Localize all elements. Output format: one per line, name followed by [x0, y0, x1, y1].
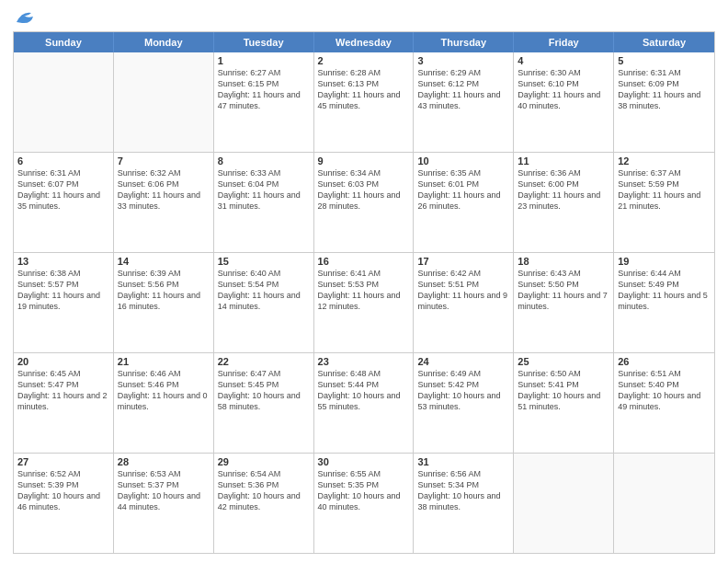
calendar-cell: 19Sunrise: 6:44 AM Sunset: 5:49 PM Dayli…	[614, 253, 714, 352]
day-number: 22	[218, 356, 310, 367]
calendar-cell: 27Sunrise: 6:52 AM Sunset: 5:39 PM Dayli…	[14, 454, 114, 553]
cell-info: Sunrise: 6:33 AM Sunset: 6:04 PM Dayligh…	[218, 167, 310, 213]
day-number: 3	[417, 55, 509, 66]
cell-info: Sunrise: 6:55 AM Sunset: 5:35 PM Dayligh…	[318, 468, 410, 513]
calendar-cell: 1Sunrise: 6:27 AM Sunset: 6:15 PM Daylig…	[214, 52, 314, 152]
day-number: 11	[518, 155, 609, 167]
day-number: 19	[618, 256, 711, 267]
day-number: 9	[318, 155, 410, 167]
calendar-cell: 7Sunrise: 6:32 AM Sunset: 6:06 PM Daylig…	[114, 153, 214, 252]
day-number: 26	[618, 356, 711, 367]
day-number: 13	[17, 256, 109, 267]
cell-info: Sunrise: 6:56 AM Sunset: 5:34 PM Dayligh…	[417, 468, 509, 513]
day-number: 17	[417, 256, 509, 267]
cell-info: Sunrise: 6:42 AM Sunset: 5:51 PM Dayligh…	[417, 268, 509, 313]
cell-info: Sunrise: 6:48 AM Sunset: 5:44 PM Dayligh…	[318, 368, 410, 413]
day-header-saturday: Saturday	[614, 32, 714, 52]
calendar: SundayMondayTuesdayWednesdayThursdayFrid…	[13, 31, 715, 554]
calendar-cell	[614, 454, 714, 553]
day-number: 12	[618, 155, 711, 167]
day-number: 20	[17, 356, 109, 367]
day-header-tuesday: Tuesday	[214, 32, 314, 52]
cell-info: Sunrise: 6:36 AM Sunset: 6:00 PM Dayligh…	[518, 167, 609, 213]
logo	[13, 9, 35, 26]
cell-info: Sunrise: 6:45 AM Sunset: 5:47 PM Dayligh…	[17, 368, 109, 413]
calendar-cell: 12Sunrise: 6:37 AM Sunset: 5:59 PM Dayli…	[614, 153, 714, 252]
calendar-cell	[514, 454, 614, 553]
day-number: 1	[218, 55, 310, 66]
calendar-cell: 22Sunrise: 6:47 AM Sunset: 5:45 PM Dayli…	[214, 353, 314, 453]
day-number: 7	[118, 155, 210, 167]
calendar-row-3: 20Sunrise: 6:45 AM Sunset: 5:47 PM Dayli…	[14, 352, 714, 453]
calendar-cell: 18Sunrise: 6:43 AM Sunset: 5:50 PM Dayli…	[514, 253, 614, 352]
day-number: 25	[518, 356, 609, 367]
cell-info: Sunrise: 6:31 AM Sunset: 6:07 PM Dayligh…	[17, 167, 109, 213]
calendar-cell: 25Sunrise: 6:50 AM Sunset: 5:41 PM Dayli…	[514, 353, 614, 453]
cell-info: Sunrise: 6:54 AM Sunset: 5:36 PM Dayligh…	[218, 468, 310, 513]
cell-info: Sunrise: 6:34 AM Sunset: 6:03 PM Dayligh…	[318, 167, 410, 213]
cell-info: Sunrise: 6:32 AM Sunset: 6:06 PM Dayligh…	[118, 167, 210, 213]
day-header-wednesday: Wednesday	[314, 32, 415, 52]
calendar-cell: 23Sunrise: 6:48 AM Sunset: 5:44 PM Dayli…	[314, 353, 415, 453]
day-number: 16	[318, 256, 410, 267]
cell-info: Sunrise: 6:29 AM Sunset: 6:12 PM Dayligh…	[417, 67, 509, 112]
day-number: 27	[17, 456, 109, 467]
day-number: 2	[318, 55, 410, 66]
day-number: 31	[417, 456, 509, 467]
calendar-cell: 3Sunrise: 6:29 AM Sunset: 6:12 PM Daylig…	[414, 52, 514, 152]
cell-info: Sunrise: 6:35 AM Sunset: 6:01 PM Dayligh…	[417, 167, 509, 213]
calendar-cell: 14Sunrise: 6:39 AM Sunset: 5:56 PM Dayli…	[114, 253, 214, 352]
cell-info: Sunrise: 6:40 AM Sunset: 5:54 PM Dayligh…	[218, 268, 310, 313]
cell-info: Sunrise: 6:44 AM Sunset: 5:49 PM Dayligh…	[618, 268, 711, 313]
page: SundayMondayTuesdayWednesdayThursdayFrid…	[0, 0, 728, 563]
day-number: 8	[218, 155, 310, 167]
day-number: 23	[318, 356, 410, 367]
day-number: 6	[17, 155, 109, 167]
calendar-cell: 15Sunrise: 6:40 AM Sunset: 5:54 PM Dayli…	[214, 253, 314, 352]
calendar-cell: 21Sunrise: 6:46 AM Sunset: 5:46 PM Dayli…	[114, 353, 214, 453]
day-number: 5	[618, 55, 711, 66]
cell-info: Sunrise: 6:31 AM Sunset: 6:09 PM Dayligh…	[618, 67, 711, 112]
day-number: 29	[218, 456, 310, 467]
calendar-cell: 29Sunrise: 6:54 AM Sunset: 5:36 PM Dayli…	[214, 454, 314, 553]
calendar-cell: 31Sunrise: 6:56 AM Sunset: 5:34 PM Dayli…	[414, 454, 514, 553]
calendar-cell: 20Sunrise: 6:45 AM Sunset: 5:47 PM Dayli…	[14, 353, 114, 453]
calendar-cell: 28Sunrise: 6:53 AM Sunset: 5:37 PM Dayli…	[114, 454, 214, 553]
cell-info: Sunrise: 6:51 AM Sunset: 5:40 PM Dayligh…	[618, 368, 711, 413]
day-header-thursday: Thursday	[414, 32, 514, 52]
calendar-cell: 17Sunrise: 6:42 AM Sunset: 5:51 PM Dayli…	[414, 253, 514, 352]
calendar-cell: 26Sunrise: 6:51 AM Sunset: 5:40 PM Dayli…	[614, 353, 714, 453]
calendar-cell: 10Sunrise: 6:35 AM Sunset: 6:01 PM Dayli…	[414, 153, 514, 252]
calendar-row-4: 27Sunrise: 6:52 AM Sunset: 5:39 PM Dayli…	[14, 453, 714, 553]
cell-info: Sunrise: 6:38 AM Sunset: 5:57 PM Dayligh…	[17, 268, 109, 313]
calendar-cell: 6Sunrise: 6:31 AM Sunset: 6:07 PM Daylig…	[14, 153, 114, 252]
calendar-cell: 5Sunrise: 6:31 AM Sunset: 6:09 PM Daylig…	[614, 52, 714, 152]
calendar-row-0: 1Sunrise: 6:27 AM Sunset: 6:15 PM Daylig…	[14, 52, 714, 152]
logo-bird-icon	[15, 9, 35, 26]
calendar-cell: 9Sunrise: 6:34 AM Sunset: 6:03 PM Daylig…	[314, 153, 415, 252]
day-header-sunday: Sunday	[14, 32, 114, 52]
cell-info: Sunrise: 6:53 AM Sunset: 5:37 PM Dayligh…	[118, 468, 210, 513]
calendar-cell: 4Sunrise: 6:30 AM Sunset: 6:10 PM Daylig…	[514, 52, 614, 152]
calendar-cell: 8Sunrise: 6:33 AM Sunset: 6:04 PM Daylig…	[214, 153, 314, 252]
day-number: 4	[518, 55, 609, 66]
cell-info: Sunrise: 6:47 AM Sunset: 5:45 PM Dayligh…	[218, 368, 310, 413]
day-number: 30	[318, 456, 410, 467]
cell-info: Sunrise: 6:50 AM Sunset: 5:41 PM Dayligh…	[518, 368, 609, 413]
cell-info: Sunrise: 6:41 AM Sunset: 5:53 PM Dayligh…	[318, 268, 410, 313]
day-number: 28	[118, 456, 210, 467]
cell-info: Sunrise: 6:28 AM Sunset: 6:13 PM Dayligh…	[318, 67, 410, 112]
cell-info: Sunrise: 6:39 AM Sunset: 5:56 PM Dayligh…	[118, 268, 210, 313]
day-header-friday: Friday	[514, 32, 614, 52]
calendar-cell: 16Sunrise: 6:41 AM Sunset: 5:53 PM Dayli…	[314, 253, 415, 352]
calendar-cell: 24Sunrise: 6:49 AM Sunset: 5:42 PM Dayli…	[414, 353, 514, 453]
day-number: 24	[417, 356, 509, 367]
header	[13, 9, 715, 26]
calendar-body: 1Sunrise: 6:27 AM Sunset: 6:15 PM Daylig…	[14, 52, 714, 553]
cell-info: Sunrise: 6:52 AM Sunset: 5:39 PM Dayligh…	[17, 468, 109, 513]
day-number: 14	[118, 256, 210, 267]
cell-info: Sunrise: 6:46 AM Sunset: 5:46 PM Dayligh…	[118, 368, 210, 413]
calendar-row-2: 13Sunrise: 6:38 AM Sunset: 5:57 PM Dayli…	[14, 252, 714, 352]
calendar-cell: 2Sunrise: 6:28 AM Sunset: 6:13 PM Daylig…	[314, 52, 415, 152]
day-number: 15	[218, 256, 310, 267]
